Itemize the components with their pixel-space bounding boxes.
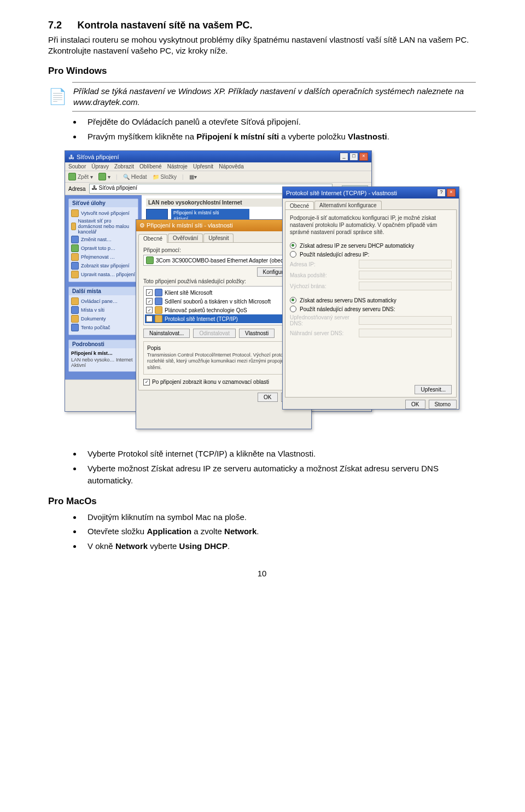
notify-checkbox[interactable]: ✓	[143, 379, 150, 385]
dialog-tcpip-properties: Protokol sítě Internet (TCP/IP) - vlastn…	[282, 186, 459, 410]
desc-header: Popis	[147, 345, 300, 351]
back-button[interactable]: Zpět ▾	[68, 173, 93, 180]
dns2-field	[359, 329, 452, 337]
desc-text: Transmission Control Protocol/Internet P…	[147, 352, 300, 371]
ip-field	[359, 260, 452, 268]
close-button[interactable]: ×	[447, 189, 456, 197]
component-list[interactable]: ✓Klient sítě Microsoft ✓Sdílení souborů …	[143, 286, 304, 325]
dns2-label: Náhradní server DNS:	[290, 330, 355, 336]
menu-item[interactable]: Soubor	[68, 163, 86, 170]
bullet-1a: Přejděte do Ovládacích panelů a otevřete…	[82, 116, 476, 128]
bullet-3b: Otevřete složku Application a zvolte Net…	[82, 525, 476, 538]
bullet-list-1: Přejděte do Ovládacích panelů a otevřete…	[82, 116, 476, 143]
bullet-list-3: Dvojitým kliknutím na symbol Mac na ploš…	[82, 511, 476, 553]
side-item[interactable]: Změnit nast…	[71, 235, 136, 244]
side-item[interactable]: Dokumenty	[71, 314, 136, 323]
views-button[interactable]: ▦▾	[189, 174, 197, 180]
install-button[interactable]: Nainstalovat...	[143, 329, 190, 338]
advanced-button[interactable]: Upřesnit...	[415, 385, 452, 394]
side-item[interactable]: Upravit nasta… připojení	[71, 270, 136, 279]
list-item[interactable]: ✓Sdílení souborů a tiskáren v sítích Mic…	[145, 297, 302, 306]
menu-item[interactable]: Zobrazit	[114, 163, 134, 170]
titlebar: 🖧Síťová připojení _ □ ×	[65, 151, 371, 162]
radio-static-ip-label: Použít následující adresu IP:	[300, 252, 369, 258]
minimize-button[interactable]: _	[340, 153, 348, 161]
bullet-2b: Vyberte možnost Získat adresu IP ze serv…	[82, 463, 476, 487]
tab-general[interactable]: Obecné	[285, 201, 314, 210]
folders-button[interactable]: 📁 Složky	[153, 174, 177, 180]
tab-alt[interactable]: Alternativní konfigurace	[314, 201, 382, 209]
sidebar: Síťové úlohy Vytvořit nové připojení Nas…	[65, 195, 142, 379]
side-item[interactable]: Zobrazit stav připojení	[71, 261, 136, 270]
side-panel-header: Síťové úlohy	[69, 199, 138, 207]
search-button[interactable]: 🔍 Hledat	[123, 174, 147, 180]
list-item[interactable]: ✓Plánovač paketů technologie QoS	[145, 306, 302, 314]
radio-dhcp-label: Získat adresu IP ze serveru DHCP automat…	[300, 243, 414, 249]
menu-item[interactable]: Nápověda	[219, 163, 244, 170]
bullet-3a: Dvojitým kliknutím na symbol Mac na ploš…	[82, 511, 476, 524]
details-lines: LAN nebo vysoko… Internet Aktivní	[71, 357, 136, 369]
screenshot-composite: 🖧Síťová připojení _ □ × Soubor Úpravy Zo…	[65, 150, 458, 440]
radio-dns-auto-label: Získat adresu serveru DNS automaticky	[300, 297, 396, 303]
side-item[interactable]: Vytvořit nové připojení	[71, 209, 136, 218]
list-item-selected[interactable]: ✓Protokol sítě Internet (TCP/IP)	[145, 314, 302, 323]
side-panel-tasks: Síťové úlohy Vytvořit nové připojení Nas…	[68, 198, 138, 282]
note-icon: 📄	[48, 82, 65, 112]
radio-dns-manual-label: Použít následující adresy serveru DNS:	[300, 306, 395, 312]
forward-button[interactable]: ▾	[98, 173, 110, 180]
window-title: 🖧Síťová připojení	[68, 154, 119, 160]
notify-label: Po připojení zobrazit ikonu v oznamovací…	[152, 379, 269, 385]
tab-auth[interactable]: Ověřování	[168, 233, 203, 242]
list-item[interactable]: ✓Klient sítě Microsoft	[145, 288, 302, 297]
help-button[interactable]: ?	[437, 189, 446, 197]
side-item[interactable]: Nastavit síť pro domácnost nebo malou ka…	[71, 218, 136, 235]
dialog-title: ⚙ Připojení k místní síti - vlastnosti	[139, 222, 233, 229]
close-button[interactable]: ×	[359, 153, 368, 161]
section-number: 7.2	[48, 20, 62, 31]
section-title: Kontrola nastavení sítě na vašem PC.	[77, 20, 252, 31]
page-number: 10	[48, 569, 476, 578]
bullet-2a: Vyberte Protokol sítě internet (TCP/IP) …	[82, 448, 476, 460]
ip-label: Adresa IP:	[290, 261, 355, 267]
radio-dhcp[interactable]	[290, 242, 296, 249]
side-panel-places: Další místa Ovládací pane… Místa v síti …	[68, 287, 138, 335]
bullet-1b: Pravým myšítkem klikněte na Připojení k …	[82, 131, 476, 143]
tile-line: Připojení k místní síti	[173, 210, 247, 216]
uses-label: Toto připojení používá následující polož…	[143, 278, 304, 284]
tcpip-intro: Podporuje-li síť automatickou konfigurac…	[290, 214, 452, 236]
radio-dns-manual[interactable]	[290, 306, 296, 312]
note-text: Příklad se týká nastavení ve Windows XP.…	[72, 82, 476, 112]
radio-static-ip[interactable]	[290, 251, 296, 258]
tab-strip: Obecné Alternativní konfigurace	[283, 198, 459, 209]
address-label: Adresa	[68, 186, 86, 192]
side-item[interactable]: Tento počítač	[71, 323, 136, 332]
bullet-list-2: Vyberte Protokol sítě internet (TCP/IP) …	[82, 448, 476, 487]
menu-item[interactable]: Oblíbené	[139, 163, 162, 170]
side-panel-header: Další místa	[69, 287, 138, 295]
adapter-field: 3Com 3C900COMBO-based Ethernet Adapter (…	[143, 255, 304, 266]
tab-advanced[interactable]: Upřesnit	[203, 233, 234, 242]
ok-button[interactable]: OK	[258, 393, 277, 402]
intro-paragraph: Při instalaci routeru se mohou vyskytnou…	[48, 34, 476, 57]
uninstall-button[interactable]: Odinstalovat	[193, 329, 236, 338]
menu-item[interactable]: Úpravy	[91, 163, 109, 170]
titlebar: Protokol sítě Internet (TCP/IP) - vlastn…	[283, 187, 459, 198]
maximize-button[interactable]: □	[349, 153, 358, 161]
tab-general[interactable]: Obecné	[138, 234, 167, 243]
connect-via-label: Připojit pomocí:	[143, 247, 304, 253]
tab-panel: Podporuje-li síť automatickou konfigurac…	[285, 209, 457, 398]
toolbar: Zpět ▾ ▾ | 🔍 Hledat 📁 Složky | ▦▾	[65, 171, 371, 183]
gateway-label: Výchozí brána:	[290, 283, 355, 289]
side-item[interactable]: Přejmenovat …	[71, 253, 136, 261]
side-item[interactable]: Místa v síti	[71, 306, 136, 314]
side-item[interactable]: Opravit toto p…	[71, 244, 136, 253]
properties-button[interactable]: Vlastnosti	[239, 329, 275, 338]
side-item[interactable]: Ovládací pane…	[71, 297, 136, 306]
ok-button[interactable]: OK	[405, 400, 425, 409]
radio-dns-auto[interactable]	[290, 297, 296, 303]
menu-item[interactable]: Nástroje	[167, 163, 188, 170]
menu-item[interactable]: Upřesnit	[193, 163, 213, 170]
dialog-title: Protokol sítě Internet (TCP/IP) - vlastn…	[286, 190, 397, 196]
cancel-button[interactable]: Storno	[429, 400, 457, 409]
dns1-label: Upřednostňovaný server DNS:	[290, 314, 355, 326]
